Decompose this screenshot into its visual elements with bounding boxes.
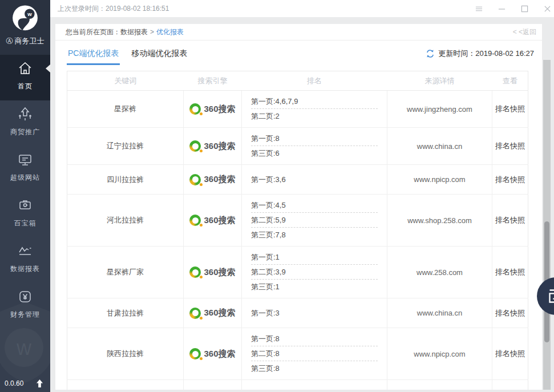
engine-360-icon (189, 308, 201, 319)
sidebar-item-label: 首页 (0, 82, 50, 91)
sidebar-item-reports[interactable]: 数据报表 (0, 237, 50, 283)
header-source: 来源详情 (387, 71, 492, 91)
engine-360-icon (189, 266, 201, 278)
svg-text:w: w (27, 11, 32, 17)
engine-cell: 360搜索 (184, 165, 242, 195)
source-cell: www.shop.258.com (387, 195, 492, 246)
rank-line: 第一页:8 (251, 332, 378, 346)
brand: Ⓐ 商务卫士 (6, 36, 45, 46)
rank-line: 第三页:8 (251, 361, 378, 376)
table-header: 关键词 搜索引擎 排名 来源详情 查看 (67, 71, 528, 91)
engine-cell: 360搜索 (184, 328, 242, 380)
rank-cell: 第一页:3,6 (242, 165, 387, 195)
maximize-icon[interactable] (520, 5, 528, 13)
header-view: 查看 (492, 71, 528, 91)
upload-arrow-icon[interactable] (36, 379, 43, 388)
engine-360-icon (189, 103, 201, 115)
rank-line: 第二页:2 (251, 109, 378, 124)
tab-pc-report[interactable]: PC端优化报表 (67, 44, 120, 65)
vertical-scrollbar[interactable] (543, 60, 551, 390)
report-table-body: 星探裤360搜索第一页:4,6,7,9第二页:2www.jingzheng.co… (67, 91, 528, 390)
engine-label: 360搜索 (204, 267, 235, 278)
last-login-label: 上次登录时间：2019-08-02 18:16:51 (58, 4, 169, 14)
menu-icon[interactable] (475, 5, 483, 13)
engine-cell: 360搜索 (184, 91, 242, 128)
keyword-cell: 四川拉拉裤 (67, 165, 184, 195)
engine-360-icon (189, 174, 201, 185)
brand-badge-icon: Ⓐ (6, 37, 13, 46)
app-window: { "titlebar": { "last_login": "上次登录时间：20… (0, 0, 554, 392)
close-icon[interactable] (543, 5, 551, 13)
spiral-square-icon (548, 288, 554, 304)
promotion-arrows-icon (17, 106, 33, 122)
source-cell: www.china.cn (387, 298, 492, 328)
view-snapshot-link[interactable]: 排名快照 (492, 246, 528, 298)
table-row: 河北拉拉裤360搜索第一页:4,5第二页:5,9第三页:7,8www.shop.… (67, 195, 528, 246)
breadcrumb-section: 数据报表 (120, 24, 148, 40)
keyword-cell: 星探裤 (67, 91, 184, 128)
table-row: 甘肃拉拉裤360搜索第一页:3www.china.cn排名快照 (67, 298, 528, 328)
rank-line: 第一页:8 (251, 131, 378, 146)
engine-label: 360搜索 (204, 174, 235, 185)
breadcrumb-current[interactable]: 优化报表 (156, 24, 184, 40)
report-table: 关键词 搜索引擎 排名 来源详情 查看 星探裤360搜索第一页:4,6,7,9第… (67, 71, 528, 390)
line-chart-icon (17, 243, 33, 259)
table-row-partial (67, 380, 528, 390)
rank-line: 第一页:1 (251, 250, 378, 265)
minimize-icon[interactable] (498, 5, 506, 13)
toolbox-icon (17, 197, 33, 213)
sidebar-nav: 首页 商贸推广 超级网站 百宝箱 (0, 55, 50, 329)
source-cell: www.china.cn (387, 128, 492, 165)
rank-cell: 第一页:3 (242, 298, 387, 328)
table-row: 星探裤360搜索第一页:4,6,7,9第二页:2www.jingzheng.co… (67, 91, 528, 128)
source-cell: www.npicp.com (387, 328, 492, 380)
view-snapshot-link[interactable]: 排名快照 (492, 165, 528, 195)
engine-cell: 360搜索 (184, 195, 242, 246)
brand-name: 商务卫士 (15, 36, 45, 46)
view-snapshot-link[interactable]: 排名快照 (492, 128, 528, 165)
toolbar: PC端优化报表 移动端优化报表 更新时间：2019-08-02 16:27 (55, 41, 542, 66)
update-time-label: 更新时间：2019-08-02 16:27 (438, 49, 534, 59)
keyword-cell: 河北拉拉裤 (67, 195, 184, 246)
source-cell: www.258.com (387, 246, 492, 298)
page-card: 您当前所在页面：数据报表 > 优化报表 < <返回 PC端优化报表 移动端优化报… (55, 24, 542, 390)
version-label: 0.0.60 (5, 379, 23, 387)
view-snapshot-link[interactable]: 排名快照 (492, 91, 528, 128)
rank-line: 第二页:3,9 (251, 265, 378, 280)
engine-label: 360搜索 (204, 308, 235, 318)
back-button[interactable]: < <返回 (513, 24, 536, 40)
rank-cell: 第一页:4,5第二页:5,9第三页:7,8 (242, 195, 387, 246)
sidebar-item-home[interactable]: 首页 (0, 55, 50, 100)
rank-cell: 第一页:8第三页:6 (242, 128, 387, 165)
engine-360-icon (189, 348, 201, 359)
rank-line: 第三页:7,8 (251, 228, 378, 243)
rank-line: 第三页:6 (251, 146, 378, 161)
table-row: 四川拉拉裤360搜索第一页:3,6www.npicp.com排名快照 (67, 165, 528, 195)
sidebar-item-label: 财务管理 (0, 310, 50, 320)
keyword-cell: 辽宁拉拉裤 (67, 128, 184, 165)
tab-mobile-report[interactable]: 移动端优化报表 (130, 44, 188, 65)
table-row: 陕西拉拉裤360搜索第一页:8第二页:8第三页:8www.npicp.com排名… (67, 328, 528, 380)
rank-line: 第二页:5,9 (251, 213, 378, 228)
refresh-icon[interactable] (426, 49, 435, 58)
engine-360-icon (189, 215, 201, 226)
sidebar-item-finance[interactable]: 财务管理 (0, 283, 50, 329)
engine-label: 360搜索 (204, 215, 235, 226)
sidebar-footer: 0.0.60 (0, 377, 50, 390)
header-rank: 排名 (242, 71, 387, 91)
rank-line: 第一页:3,6 (251, 172, 378, 187)
view-snapshot-link[interactable]: 排名快照 (492, 328, 528, 380)
view-snapshot-link[interactable]: 排名快照 (492, 298, 528, 328)
sidebar-item-website[interactable]: 超级网站 (0, 146, 50, 192)
view-snapshot-link[interactable]: 排名快照 (492, 195, 528, 246)
breadcrumb-prefix: 您当前所在页面： (66, 24, 120, 40)
keyword-cell: 甘肃拉拉裤 (67, 298, 184, 328)
keyword-cell: 陕西拉拉裤 (67, 328, 184, 380)
rank-cell: 第一页:8第二页:8第三页:8 (242, 328, 387, 380)
sidebar-item-promotion[interactable]: 商贸推广 (0, 100, 50, 146)
app-logo-icon: w (9, 3, 41, 35)
sidebar-item-toolbox[interactable]: 百宝箱 (0, 192, 50, 237)
engine-cell: 360搜索 (184, 128, 242, 165)
titlebar: 上次登录时间：2019-08-02 18:16:51 (50, 0, 554, 17)
engine-cell: 360搜索 (184, 246, 242, 298)
